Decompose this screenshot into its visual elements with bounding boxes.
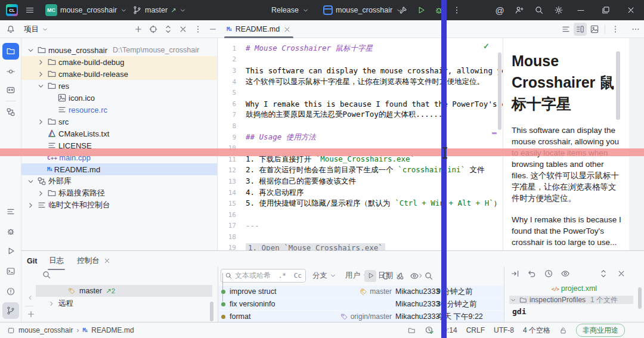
project-widget[interactable]: MC mouse_crosshair <box>45 0 128 20</box>
pull-requests-tool-button[interactable] <box>2 82 19 98</box>
commit-tool-button[interactable] <box>2 63 19 80</box>
git-tool-button[interactable] <box>2 302 19 319</box>
editor-line-1[interactable]: 1# Mouse Crosshairer 鼠标十字星 <box>218 43 503 54</box>
add-button[interactable] <box>134 24 143 34</box>
rollback-button[interactable] <box>527 269 537 278</box>
indent-setting[interactable]: 4 个空格 <box>523 325 550 336</box>
tree-item-res[interactable]: res <box>21 80 217 92</box>
tree-item-README.md[interactable]: M↓README.md <box>21 163 217 175</box>
locate-file-button[interactable] <box>148 24 158 34</box>
editor-line-19[interactable]: 191. Open `Mouse_Crosshairs.exe` <box>218 243 503 250</box>
preview-only-view-button[interactable] <box>588 23 601 36</box>
main-menu-button[interactable] <box>25 0 35 20</box>
lock-icon[interactable] <box>559 327 567 334</box>
editor-tab-readme[interactable]: M↓ README.md <box>222 20 296 38</box>
expand-all-button[interactable] <box>163 24 173 34</box>
editor-line-17[interactable]: 17--- <box>218 221 503 232</box>
expand-details-button[interactable] <box>599 269 608 278</box>
tree-item-cmake-build-release[interactable]: cmake-build-release <box>21 68 217 80</box>
editor-line-15[interactable]: 155. 使用快捷键可以隐藏/显示程序（默认为 `Ctrl + Win + Al… <box>218 198 503 209</box>
preview-scrollbar[interactable] <box>616 51 620 120</box>
close-console-tab-icon[interactable] <box>103 257 111 265</box>
editor-line-18[interactable]: 18 <box>218 231 503 243</box>
inspection-ok-icon[interactable]: ✓ <box>483 42 490 51</box>
editor-line-5[interactable]: 5 <box>218 87 503 98</box>
history-button[interactable] <box>544 269 553 278</box>
log-filter-分支[interactable]: 分支 <box>312 271 337 281</box>
commit-search-input[interactable]: 文本或哈希 .* Cc <box>221 269 306 283</box>
tree-item-icon.ico[interactable]: icon.ico <box>21 92 217 104</box>
tree-item-CMakeLists.txt[interactable]: CMakeLists.txt <box>21 128 217 139</box>
line-separator[interactable]: CRLF <box>466 326 485 334</box>
hidden-tabs-button[interactable] <box>629 23 642 36</box>
editor-line-14[interactable]: 144. 再次启动程序 <box>218 187 503 199</box>
branch-search-icon[interactable] <box>42 270 51 280</box>
editor-line-4[interactable]: 4这个软件可以显示鼠标十字准星，让你在浏览表格等文件时方便地定位。 <box>218 76 503 88</box>
editor-pane[interactable]: 1# Mouse Crosshairer 鼠标十字星23This softwar… <box>218 38 503 250</box>
tree-item-src[interactable]: src <box>21 116 217 128</box>
tree-item-cmake-build-debug[interactable]: cmake-build-debug <box>21 56 217 68</box>
refresh-log-button[interactable] <box>381 271 391 281</box>
project-tool-button[interactable] <box>2 43 19 60</box>
restore-button[interactable] <box>601 5 611 15</box>
changed-folder-row[interactable]: inspectionProfiles 1 个文件 <box>509 296 633 304</box>
editor-only-view-button[interactable] <box>559 23 572 36</box>
commit-row[interactable]: formatorigin/masterMikachu2333今天 下午9:22 <box>218 311 504 322</box>
debug-tool-button[interactable] <box>2 223 19 240</box>
vcs-widget[interactable]: master ↗ <box>132 0 187 20</box>
go-to-hash-button[interactable] <box>424 271 434 281</box>
collapse-left-icon[interactable] <box>26 294 34 302</box>
panel-options-button[interactable] <box>193 24 203 34</box>
hide-panel-button[interactable] <box>208 24 218 34</box>
editor-line-16[interactable]: 16 <box>218 209 503 221</box>
terminal-tool-button[interactable] <box>2 263 19 280</box>
tree-item-外部库[interactable]: 外部库 <box>21 175 217 187</box>
close-window-button[interactable] <box>626 5 636 15</box>
editor-scrollbar[interactable] <box>498 52 501 130</box>
preview-diff-button[interactable] <box>561 269 570 278</box>
tree-item-标题搜索路径[interactable]: 标题搜索路径 <box>21 187 217 199</box>
commit-row[interactable]: improve structmasterMikachu23339 分钟之前 <box>218 286 504 297</box>
license-badge[interactable]: 非商业用途 <box>576 324 625 337</box>
build-button[interactable] <box>398 5 408 15</box>
code-with-me-button[interactable] <box>515 5 524 15</box>
split-view-button[interactable] <box>574 23 587 36</box>
branch-row-master[interactable]: master ↗2 <box>36 285 212 297</box>
match-case-toggle[interactable]: Cc <box>294 272 302 280</box>
notifications-icon[interactable] <box>6 24 16 34</box>
editor-line-6[interactable]: 6Why I remake this is because I found th… <box>218 98 503 110</box>
jump-to-source-button[interactable] <box>510 269 520 278</box>
todo-tool-button[interactable] <box>2 203 19 220</box>
problems-tool-button[interactable] <box>2 283 19 300</box>
editor-line-12[interactable]: 122. 在首次运行时他会在当前目录下生成一个 `crosshair.ini` … <box>218 165 503 176</box>
editor-line-7[interactable]: 7鼓捣他的主要原因是无法忍受PowerToy的超大体积...... <box>218 110 503 121</box>
breadcrumb-file[interactable]: README.md <box>91 326 134 334</box>
tree-item-mouse_crosshair[interactable]: mouse_crosshairD:\Temp\mouse_crosshair <box>21 44 217 56</box>
project-panel-title[interactable]: 项目 <box>24 20 49 38</box>
close-details-button[interactable] <box>617 269 626 278</box>
file-encoding[interactable]: UTF-8 <box>494 326 514 334</box>
cherry-pick-button[interactable] <box>395 271 405 281</box>
close-tab-icon[interactable] <box>283 26 291 33</box>
editor-line-3[interactable]: 3This software can display the mouse cro… <box>218 65 503 76</box>
details-scrollbar[interactable] <box>638 287 642 309</box>
editor-line-13[interactable]: 133. 根据你自己的需要修改该文件 <box>218 176 503 187</box>
git-tab-log[interactable]: 日志 <box>48 253 65 268</box>
changed-file-row[interactable]: </> project.xml <box>504 284 644 293</box>
minimize-button[interactable] <box>576 5 586 15</box>
structure-tool-button[interactable] <box>2 104 19 120</box>
new-branch-button[interactable] <box>26 309 36 319</box>
editor-line-9[interactable]: 9## Usage 使用方法 <box>218 132 503 143</box>
commit-row[interactable]: fix versioninfoMikachu233330 分钟之前 <box>218 298 504 310</box>
resume-log-button[interactable] <box>364 270 376 282</box>
run-config-selector[interactable]: mouse_crosshair <box>323 0 403 20</box>
editor-line-2[interactable]: 2 <box>218 54 503 66</box>
regex-toggle[interactable]: .* <box>278 272 286 280</box>
editor-line-8[interactable]: 8 <box>218 120 503 132</box>
tree-item-临时文件和控制台[interactable]: 临时文件和控制台 <box>21 199 217 211</box>
tree-item-resource.rc[interactable]: resource.rc <box>21 104 217 116</box>
breadcrumb-project[interactable]: mouse_crosshair <box>18 326 73 334</box>
build-type-selector[interactable]: Release <box>271 0 309 20</box>
settings-button[interactable] <box>554 5 564 15</box>
folder-status-icon[interactable] <box>408 327 416 334</box>
